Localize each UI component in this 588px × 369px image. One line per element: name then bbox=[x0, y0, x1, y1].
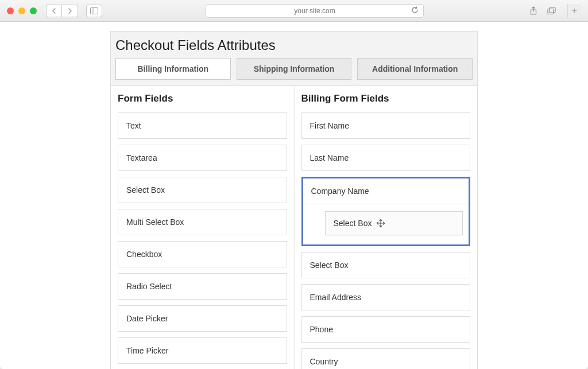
page-viewport: Checkout Fields Attributes Billing Infor… bbox=[0, 22, 588, 369]
share-icon[interactable] bbox=[527, 5, 540, 17]
item-label: Time Picker bbox=[126, 346, 168, 355]
item-label: Last Name bbox=[310, 153, 349, 162]
forward-button[interactable] bbox=[62, 5, 78, 17]
tabs-icon[interactable] bbox=[546, 5, 558, 17]
reload-icon[interactable] bbox=[411, 6, 419, 15]
item-label: Radio Select bbox=[126, 282, 172, 291]
sidebar-toggle-button[interactable] bbox=[86, 5, 102, 17]
back-button[interactable] bbox=[46, 5, 62, 17]
move-cursor-icon bbox=[376, 219, 385, 228]
field-type-textarea[interactable]: Textarea bbox=[118, 145, 287, 171]
field-type-select-box[interactable]: Select Box bbox=[118, 177, 287, 203]
minimize-window-button[interactable] bbox=[18, 7, 25, 14]
content-wrapper: Checkout Fields Attributes Billing Infor… bbox=[110, 31, 478, 369]
tab-label: Billing Information bbox=[138, 64, 209, 73]
svg-rect-0 bbox=[91, 7, 98, 14]
billing-form-fields-column: Billing Form Fields First Name Last Name… bbox=[294, 86, 478, 369]
address-text: your site.com bbox=[294, 7, 335, 15]
billing-field-country[interactable]: Country bbox=[301, 348, 471, 369]
maximize-window-button[interactable] bbox=[30, 7, 37, 14]
dragging-label: Select Box bbox=[334, 219, 372, 228]
page-title: Checkout Fields Attributes bbox=[115, 36, 473, 58]
item-label: Checkbox bbox=[126, 250, 162, 259]
field-type-text[interactable]: Text bbox=[118, 112, 287, 139]
dragging-item[interactable]: Select Box bbox=[325, 211, 463, 235]
item-label: Textarea bbox=[126, 153, 157, 162]
field-type-radio-select[interactable]: Radio Select bbox=[118, 273, 287, 300]
field-type-date-picker[interactable]: Date Picker bbox=[118, 305, 287, 332]
nav-buttons bbox=[46, 5, 78, 17]
tab-shipping-information[interactable]: Shipping Information bbox=[237, 58, 352, 80]
item-label: Country bbox=[310, 357, 338, 366]
tabs: Billing Information Shipping Information… bbox=[110, 58, 478, 86]
item-label: Multi Select Box bbox=[126, 217, 184, 227]
drop-target-label: Company Name bbox=[303, 178, 469, 204]
billing-field-phone[interactable]: Phone bbox=[301, 316, 471, 343]
billing-field-select-box[interactable]: Select Box bbox=[301, 252, 471, 278]
address-area: your site.com bbox=[107, 4, 523, 18]
item-label: Phone bbox=[310, 325, 333, 334]
drop-target-company-name[interactable]: Company Name Select Box bbox=[301, 177, 471, 246]
field-type-multi-select-box[interactable]: Multi Select Box bbox=[118, 209, 287, 235]
item-label: Select Box bbox=[310, 261, 349, 270]
page-title-area: Checkout Fields Attributes bbox=[110, 31, 478, 58]
billing-form-fields-heading: Billing Form Fields bbox=[301, 93, 471, 104]
new-tab-button[interactable]: + bbox=[567, 4, 581, 18]
tabs-wrap: Checkout Fields Attributes Billing Infor… bbox=[110, 31, 478, 86]
field-type-time-picker[interactable]: Time Picker bbox=[118, 337, 287, 364]
svg-rect-4 bbox=[550, 7, 555, 13]
window-controls bbox=[7, 7, 37, 14]
item-label: Select Box bbox=[126, 185, 165, 195]
item-label: Date Picker bbox=[126, 314, 168, 323]
form-fields-column: Form Fields Text Textarea Select Box Mul… bbox=[111, 86, 294, 369]
tab-billing-information[interactable]: Billing Information bbox=[115, 58, 231, 80]
tab-label: Shipping Information bbox=[254, 64, 335, 73]
svg-rect-3 bbox=[548, 9, 554, 14]
billing-field-last-name[interactable]: Last Name bbox=[301, 145, 471, 171]
tab-additional-information[interactable]: Additional Information bbox=[357, 58, 473, 80]
form-fields-heading: Form Fields bbox=[118, 93, 287, 104]
item-label: Email Address bbox=[310, 293, 361, 302]
tab-label: Additional Information bbox=[372, 64, 458, 73]
item-label: First Name bbox=[310, 121, 349, 130]
billing-field-email-address[interactable]: Email Address bbox=[301, 284, 471, 310]
billing-field-first-name[interactable]: First Name bbox=[301, 112, 471, 139]
browser-window: your site.com + Checkout Fields Attribut… bbox=[0, 0, 588, 369]
toolbar-right: + bbox=[527, 4, 581, 18]
close-window-button[interactable] bbox=[7, 7, 14, 14]
drop-inner: Select Box bbox=[303, 204, 469, 244]
columns: Form Fields Text Textarea Select Box Mul… bbox=[110, 86, 478, 369]
field-type-checkbox[interactable]: Checkbox bbox=[118, 241, 287, 267]
address-field[interactable]: your site.com bbox=[206, 4, 424, 18]
browser-titlebar: your site.com + bbox=[0, 0, 588, 22]
item-label: Text bbox=[126, 121, 141, 130]
